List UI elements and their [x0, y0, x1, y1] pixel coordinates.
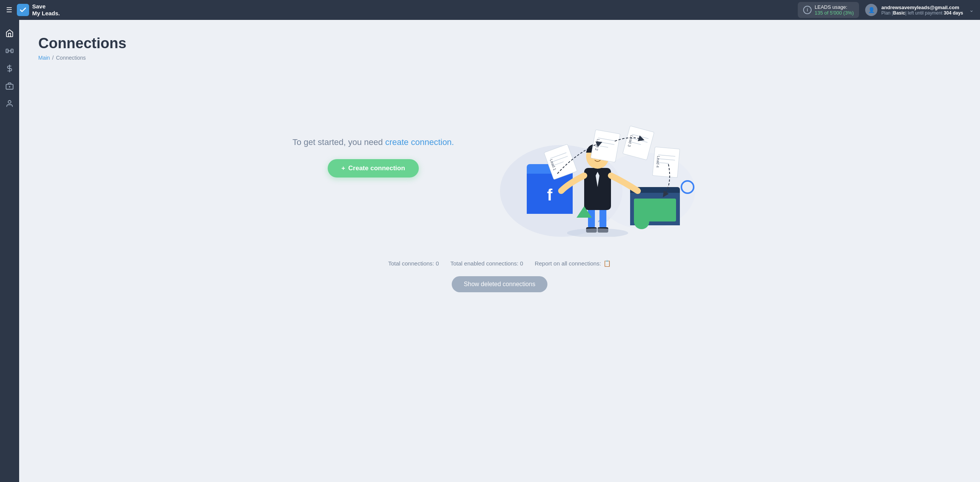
sidebar-item-tools[interactable]: [2, 79, 17, 93]
breadcrumb-separator: /: [52, 55, 54, 61]
footer-stats: Total connections: 0 Total enabled conne…: [38, 260, 961, 267]
svg-point-2: [8, 50, 8, 51]
sidebar-item-billing[interactable]: [2, 61, 17, 76]
plus-icon: +: [341, 164, 345, 172]
logo-icon: [17, 4, 29, 16]
user-details: andrewsavemyleads@gmail.com Plan |Basic|…: [881, 5, 963, 16]
breadcrumb-current: Connections: [56, 55, 86, 61]
logo: SaveMy Leads.: [17, 3, 60, 17]
topnav-right: i LEADS usage: 135 of 5'000 (3%) 👤 andre…: [798, 2, 974, 18]
tagline-link[interactable]: create connection.: [385, 137, 454, 147]
user-info: 👤 andrewsavemyleads@gmail.com Plan |Basi…: [865, 4, 963, 16]
report-all-connections: Report on all connections: 📋: [535, 260, 611, 267]
user-email: andrewsavemyleads@gmail.com: [881, 5, 963, 10]
sidebar-item-home[interactable]: [2, 26, 17, 41]
svg-rect-31: [591, 130, 620, 162]
topnav-left: ☰ SaveMy Leads.: [6, 3, 60, 17]
logo-text: SaveMy Leads.: [32, 3, 60, 17]
svg-point-8: [8, 101, 11, 103]
sidebar-item-account[interactable]: [2, 96, 17, 111]
menu-icon[interactable]: ☰: [6, 6, 12, 14]
main-layout: Connections Main / Connections To get st…: [0, 20, 980, 482]
svg-text:f: f: [547, 186, 553, 204]
sidebar: [0, 20, 19, 482]
svg-point-3: [11, 50, 11, 51]
chevron-down-icon[interactable]: ⌄: [969, 7, 974, 13]
info-icon: i: [803, 6, 812, 14]
avatar: 👤: [865, 4, 877, 16]
main-content: Connections Main / Connections To get st…: [19, 20, 980, 482]
illustration: f: [485, 76, 707, 237]
center-area: To get started, you need create connecti…: [38, 76, 961, 237]
breadcrumb: Main / Connections: [38, 55, 961, 61]
user-plan: Plan |Basic| left until payment 304 days: [881, 10, 963, 16]
create-connection-label: Create connection: [348, 164, 405, 172]
top-navigation: ☰ SaveMy Leads. i LEADS usage: 135 of 5'…: [0, 0, 980, 20]
show-deleted-button[interactable]: Show deleted connections: [452, 276, 548, 292]
left-content: To get started, you need create connecti…: [292, 136, 454, 177]
create-connection-button[interactable]: + Create connection: [328, 159, 419, 177]
total-enabled-connections: Total enabled connections: 0: [451, 260, 523, 267]
sidebar-item-connections[interactable]: [2, 44, 17, 58]
leads-usage-widget: i LEADS usage: 135 of 5'000 (3%): [798, 2, 859, 18]
svg-text:?: ?: [598, 218, 604, 230]
report-icon[interactable]: 📋: [603, 260, 611, 267]
svg-point-49: [634, 214, 649, 229]
tagline: To get started, you need create connecti…: [292, 136, 454, 148]
breadcrumb-main[interactable]: Main: [38, 55, 50, 61]
page-title: Connections: [38, 35, 961, 52]
leads-usage-text: LEADS usage: 135 of 5'000 (3%): [815, 4, 854, 16]
total-connections: Total connections: 0: [388, 260, 439, 267]
